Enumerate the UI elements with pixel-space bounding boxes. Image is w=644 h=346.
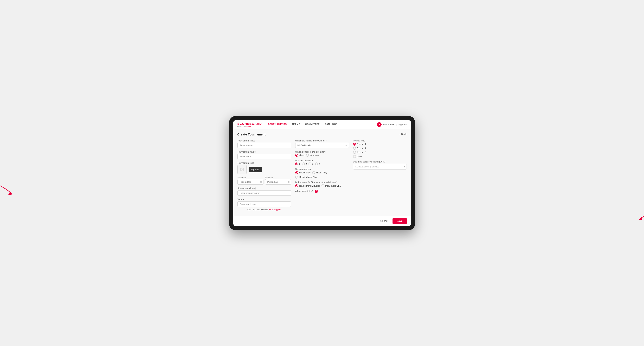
format-6count4[interactable]: 6 count 4 [353, 147, 366, 150]
tournament-logo-label: Tournament logo [238, 162, 291, 164]
format-radio-group: 5 count 4 6 count 4 6 count 5 [353, 143, 407, 158]
dates-group: Start date ▦ End date [238, 176, 291, 184]
sign-out-link[interactable]: Sign out [398, 123, 406, 126]
user-name: blair admin [383, 123, 394, 126]
end-date-group: End date ▦ [265, 176, 291, 184]
rounds-radio-group: 1 2 3 [295, 163, 349, 165]
format-other[interactable]: Other [353, 155, 362, 158]
rounds-2-radio[interactable] [302, 163, 305, 165]
nav-rankings[interactable]: RANKINGS [324, 123, 338, 126]
tournament-host-input[interactable] [238, 143, 291, 148]
nav-committee[interactable]: COMMITTEE [305, 123, 320, 126]
start-date-group: Start date ▦ [238, 176, 264, 184]
event-teams-radio[interactable] [295, 184, 298, 187]
calendar-icon: ▦ [260, 180, 262, 183]
format-other-radio[interactable] [353, 155, 356, 158]
email-support-link[interactable]: email support [269, 208, 281, 211]
cancel-button[interactable]: Cancel [378, 218, 390, 224]
tournament-name-label: Tournament name [238, 151, 291, 153]
nav-tournaments[interactable]: TOURNAMENTS [268, 123, 287, 126]
tournament-host-label: Tournament Host [238, 139, 291, 142]
save-button[interactable]: Save [392, 218, 406, 224]
gender-womens[interactable]: Womens [306, 154, 318, 157]
scoring-medal-label: Medal Match Play [299, 176, 317, 178]
scoring-match-radio[interactable] [312, 171, 315, 174]
end-date-label: End date [265, 176, 291, 179]
sponsor-group: Sponsor (optional) [238, 187, 291, 196]
tournament-host-group: Tournament Host [238, 139, 291, 148]
logo-placeholder [238, 165, 246, 174]
rounds-1-radio[interactable] [295, 163, 298, 165]
rounds-4[interactable]: 4 [315, 163, 320, 165]
logo-powered: Powered by clippd [238, 125, 262, 127]
sponsor-label: Sponsor (optional) [238, 187, 291, 189]
scoring-medal-radio[interactable] [295, 176, 298, 178]
event-individuals-radio[interactable] [322, 184, 324, 187]
arrow-left-icon [0, 180, 12, 196]
venue-hint: Can't find your venue? email support [238, 208, 291, 211]
rounds-1[interactable]: 1 [295, 163, 300, 165]
scoring-stroke[interactable]: Stroke Play [295, 171, 310, 174]
nav-teams[interactable]: TEAMS [292, 123, 300, 126]
sponsor-input[interactable] [238, 190, 291, 196]
gender-mens-label: Mens [299, 154, 304, 157]
division-group: Which division is the event for? NCAA Di… [295, 139, 349, 148]
scoring-system-label: Scoring system [295, 168, 349, 170]
venue-dropdown-icon: ▾ [288, 203, 290, 205]
form-layout: Tournament Host Tournament name Tourname… [238, 139, 407, 211]
scoring-stroke-radio[interactable] [295, 171, 298, 174]
scoring-service-select[interactable]: Select a scoring service [353, 164, 407, 170]
scoring-select-wrapper: Select a scoring service ▾ [353, 164, 407, 170]
gender-mens-radio[interactable] [295, 154, 298, 157]
substitutes-checkbox-group: Allow substitutes? [295, 190, 349, 192]
image-icon [240, 168, 244, 172]
venue-input[interactable] [238, 201, 291, 207]
scoring-stroke-label: Stroke Play [299, 171, 310, 174]
gender-group: Which gender is the event for? Mens Wome… [295, 151, 349, 157]
format-type-label: Format type [353, 139, 407, 142]
format-6count4-radio[interactable] [353, 147, 356, 150]
substitutes-checkbox[interactable] [315, 190, 318, 192]
rounds-1-label: 1 [299, 163, 300, 165]
form-col-right: Format type 5 count 4 6 count 4 [353, 139, 407, 211]
gender-radio-group: Mens Womens [295, 154, 349, 157]
division-select[interactable]: NCAA Division I [295, 143, 349, 148]
format-5count4-radio[interactable] [353, 143, 356, 146]
format-5count4[interactable]: 5 count 4 [353, 143, 366, 146]
rounds-group: Number of rounds 1 2 [295, 159, 349, 165]
page-header: Create Tournament Back [238, 133, 407, 136]
rounds-2[interactable]: 2 [302, 163, 307, 165]
upload-button[interactable]: Upload [248, 167, 262, 173]
page-content: Create Tournament Back Tournament Host T… [233, 129, 411, 216]
tournament-logo-group: Tournament logo Upload [238, 162, 291, 174]
scoring-match[interactable]: Match Play [312, 171, 327, 174]
format-type-group: Format type 5 count 4 6 count 4 [353, 139, 407, 158]
page-title: Create Tournament [238, 133, 266, 136]
scoring-medal[interactable]: Medal Match Play [295, 176, 317, 178]
format-6count5-radio[interactable] [353, 151, 356, 154]
scoring-match-label: Match Play [316, 171, 327, 174]
tournament-name-group: Tournament name [238, 151, 291, 159]
rounds-label: Number of rounds [295, 159, 349, 162]
format-6count5[interactable]: 6 count 5 [353, 151, 366, 154]
form-col-left: Tournament Host Tournament name Tourname… [238, 139, 291, 211]
start-date-wrapper: ▦ [238, 179, 264, 184]
event-teams[interactable]: Teams (+Individuals) [295, 184, 320, 187]
rounds-4-radio[interactable] [315, 163, 318, 165]
gender-mens[interactable]: Mens [295, 154, 304, 157]
division-label: Which division is the event for? [295, 139, 349, 142]
gender-womens-radio[interactable] [306, 154, 309, 157]
rounds-3-radio[interactable] [308, 163, 311, 165]
rounds-3[interactable]: 3 [308, 163, 314, 165]
format-5count4-label: 5 count 4 [357, 143, 366, 145]
scoring-api-group: Use third-party live scoring API? Select… [353, 161, 407, 170]
rounds-4-label: 4 [319, 163, 320, 165]
event-individuals[interactable]: Individuals Only [322, 184, 341, 187]
arrow-right-icon [638, 207, 644, 222]
back-link[interactable]: Back [400, 133, 406, 136]
scoring-system-group: Scoring system Stroke Play Match Play [295, 168, 349, 178]
format-6count5-label: 6 count 5 [357, 151, 366, 154]
tournament-name-input[interactable] [238, 154, 291, 159]
logo-area: SCOREBOARD Powered by clippd [238, 122, 262, 127]
tablet-screen: SCOREBOARD Powered by clippd TOURNAMENTS… [233, 120, 411, 226]
